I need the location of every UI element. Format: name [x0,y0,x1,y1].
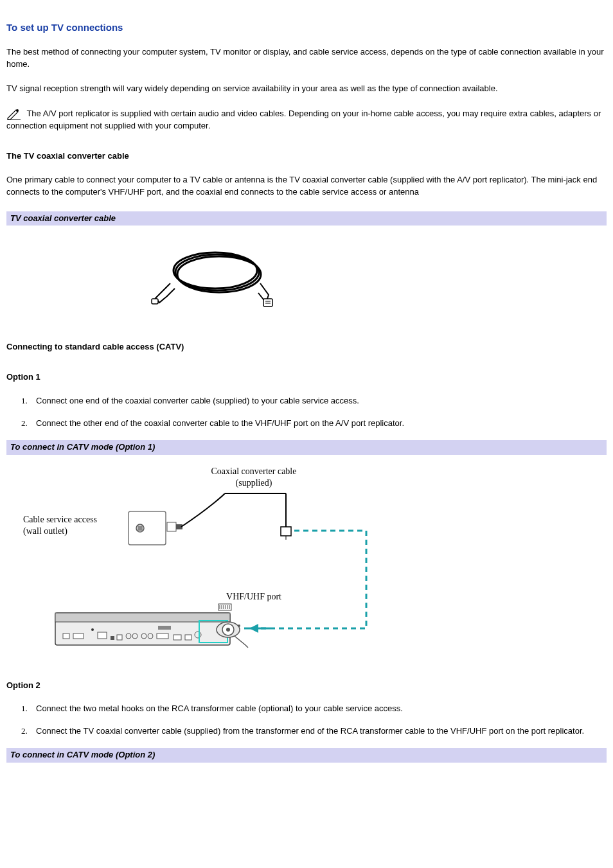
note-block: The A/V port replicator is supplied with… [6,108,607,132]
subheading-catv: Connecting to standard cable access (CAT… [6,341,607,353]
svg-rect-6 [263,299,272,306]
paragraph-intro-1: The best method of connecting your compu… [6,46,607,71]
diagram-label-left2: (wall outlet) [23,526,67,536]
svg-rect-39 [185,635,191,640]
diagram-label-top: Coaxial converter cable [211,466,297,476]
note-text: The A/V port replicator is supplied with… [6,109,601,130]
svg-rect-5 [152,299,158,304]
page-heading: To set up TV connections [6,21,607,35]
diagram-label-left: Cable service access [23,515,97,524]
svg-point-45 [238,624,240,627]
svg-point-0 [16,109,19,112]
option1-step2: Connect the other end of the coaxial con… [30,418,607,430]
option2-steps-list: Connect the two metal hooks on the RCA t… [30,703,607,738]
subheading-coax: The TV coaxial converter cable [6,150,607,163]
option1-step1: Connect one end of the coaxial converter… [30,395,607,407]
figure-caption-3: To connect in CATV mode (Option 2) [6,748,607,763]
svg-rect-36 [157,633,168,639]
figure-coax-cable [6,226,607,315]
svg-rect-30 [111,636,114,640]
svg-rect-12 [167,522,176,531]
option1-steps-list: Connect one end of the coaxial converter… [30,395,607,430]
diagram-label-top2: (supplied) [236,478,272,488]
svg-point-28 [91,628,94,631]
option2-heading: Option 2 [6,680,607,692]
svg-rect-14 [281,527,291,536]
svg-point-4 [177,256,261,292]
figure-catv-option1: Coaxial converter cable (supplied) Cable… [6,455,607,660]
svg-rect-38 [173,635,181,640]
paragraph-coax: One primary cable to connect your comput… [6,174,607,199]
svg-rect-9 [129,511,166,545]
option1-heading: Option 1 [6,371,607,384]
svg-point-44 [226,628,230,632]
figure-caption-2: To connect in CATV mode (Option 1) [6,440,607,455]
pencil-note-icon [6,109,22,120]
document-page: To set up TV connections The best method… [0,0,613,763]
option2-step1: Connect the two metal hooks on the RCA t… [30,703,607,715]
svg-rect-37 [158,626,171,630]
svg-rect-26 [63,633,69,639]
svg-rect-29 [98,632,107,639]
figure-caption-1: TV coaxial converter cable [6,211,607,226]
diagram-label-port: VHF/UHF port [226,592,281,601]
option2-step2: Connect the TV coaxial converter cable (… [30,725,607,738]
svg-rect-31 [117,635,122,640]
paragraph-intro-2: TV signal reception strength will vary w… [6,83,607,95]
svg-rect-27 [73,633,84,639]
svg-rect-11 [138,526,143,531]
